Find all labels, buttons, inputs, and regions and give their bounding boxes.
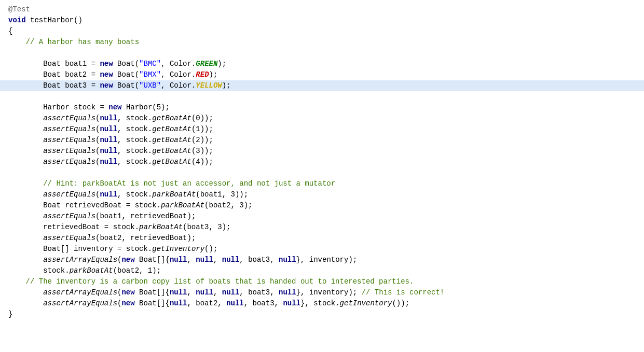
code-line-23: Boat[] inventory = stock.getInventory(); — [0, 244, 644, 255]
code-text: boat3 = — [61, 80, 100, 91]
code-text — [135, 298, 139, 309]
code-text: Harbor — [43, 102, 69, 113]
code-text: , stock. — [117, 135, 152, 146]
code-text: Boat — [43, 69, 61, 80]
code-line-10: Harbor stock = new Harbor(5); — [0, 102, 644, 113]
code-text: stock = — [70, 102, 109, 113]
code-keyword: null — [170, 255, 187, 265]
code-text: ); — [209, 69, 218, 80]
code-keyword: null — [222, 287, 240, 298]
code-text: []{ — [157, 255, 170, 265]
code-text: RED — [196, 69, 209, 80]
code-keyword: null — [100, 157, 117, 167]
code-text: boat2 = — [61, 69, 100, 80]
code-keyword: null — [100, 135, 117, 146]
code-text: getBoatAt — [152, 146, 191, 157]
code-comment: // The inventory is a carbon copy list o… — [26, 276, 414, 287]
code-text: , stock. — [117, 124, 152, 135]
code-text — [8, 59, 43, 69]
code-keyword: null — [100, 113, 117, 124]
code-text: []{ — [157, 298, 170, 309]
code-text: YELLOW — [196, 80, 222, 91]
code-text: assertEquals — [43, 189, 95, 200]
code-text: ( — [95, 113, 100, 124]
code-text: parkBoatAt — [70, 265, 113, 276]
code-line-5 — [0, 48, 644, 59]
code-text: , stock. — [117, 146, 152, 157]
code-text: assertEquals — [43, 233, 95, 244]
code-text: }, stock. — [300, 298, 340, 309]
code-text: ( — [95, 146, 100, 157]
code-text: assertEquals — [43, 135, 95, 146]
code-line-22: assertEquals(boat2, retrievedBoat); — [0, 233, 644, 244]
code-keyword: null — [226, 298, 244, 309]
code-text — [8, 146, 43, 157]
code-text — [8, 287, 43, 298]
code-text: retrievedBoat = stock. — [61, 200, 161, 211]
code-string: "UXB" — [139, 80, 161, 91]
code-text: Boat — [139, 287, 157, 298]
code-line-25: stock.parkBoatAt(boat2, 1); — [0, 265, 644, 276]
code-text: Boat — [43, 59, 61, 69]
code-editor: @Test void testHarbor() { // A harbor ha… — [0, 0, 644, 352]
code-text: parkBoatAt — [139, 222, 183, 233]
code-text — [8, 37, 26, 48]
code-keyword: null — [100, 146, 117, 157]
code-text: , Color. — [161, 59, 196, 69]
code-text: , boat3, — [244, 298, 283, 309]
code-text — [8, 233, 43, 244]
code-text: parkBoatAt — [152, 189, 196, 200]
code-keyword: new — [121, 298, 134, 309]
code-text: }, inventory); — [296, 255, 358, 265]
code-text: (boat1, 3)); — [196, 189, 248, 200]
code-keyword: null — [100, 124, 117, 135]
code-text: , stock. — [117, 113, 152, 124]
code-text: , stock. — [117, 157, 152, 167]
code-keyword: null — [279, 255, 296, 265]
code-keyword: new — [121, 287, 134, 298]
code-text — [8, 211, 43, 222]
code-keyword: null — [196, 287, 213, 298]
code-text — [8, 80, 43, 91]
code-line-7: Boat boat2 = new Boat("BMX", Color.RED); — [0, 69, 644, 80]
code-line-21: retrievedBoat = stock.parkBoatAt(boat3, … — [0, 222, 644, 233]
code-text: retrievedBoat = stock. — [8, 222, 139, 233]
code-comment: // This is correct! — [362, 287, 445, 298]
code-text — [8, 189, 43, 200]
code-text: (boat2, 1); — [113, 265, 161, 276]
code-text: ( — [117, 298, 121, 309]
code-text: , — [187, 255, 196, 265]
code-keyword: new — [100, 69, 113, 80]
code-keyword: null — [196, 255, 213, 265]
code-text: assertEquals — [43, 124, 95, 135]
code-text: Boat( — [113, 80, 139, 91]
code-text — [8, 48, 12, 59]
code-text: , — [213, 255, 222, 265]
code-keyword: null — [279, 287, 296, 298]
code-text: Boat — [43, 244, 61, 255]
code-text: @Test — [8, 4, 30, 15]
code-line-14: assertEquals(null, stock.getBoatAt(3)); — [0, 146, 644, 157]
code-text: Boat — [43, 80, 61, 91]
code-text — [8, 178, 43, 189]
code-text: getInventory — [152, 244, 204, 255]
code-text: getBoatAt — [152, 124, 191, 135]
code-text — [8, 102, 43, 113]
code-text: , Color. — [161, 80, 196, 91]
code-text: (0)); — [191, 113, 213, 124]
code-line-28: assertArrayEquals(new Boat[]{null, boat2… — [0, 298, 644, 309]
code-text: }, inventory); — [296, 287, 362, 298]
code-text: parkBoatAt — [161, 200, 204, 211]
code-keyword: new — [100, 59, 113, 69]
code-text: getBoatAt — [152, 113, 191, 124]
code-line-27: assertArrayEquals(new Boat[]{null, null,… — [0, 287, 644, 298]
code-line-12: assertEquals(null, stock.getBoatAt(1)); — [0, 124, 644, 135]
code-text: , boat3, — [239, 255, 279, 265]
code-keyword: new — [108, 102, 121, 113]
code-text: Harbor(5); — [121, 102, 169, 113]
code-keyword: null — [100, 189, 117, 200]
code-keyword: null — [170, 298, 187, 309]
code-text — [8, 167, 12, 178]
code-text: , — [213, 287, 222, 298]
code-text: (boat2, retrievedBoat); — [95, 233, 196, 244]
